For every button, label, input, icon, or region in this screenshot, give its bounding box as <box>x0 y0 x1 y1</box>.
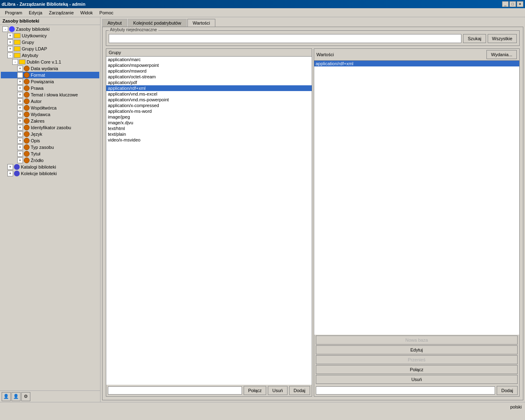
tree-item-zasoby[interactable]: -Zasoby biblioteki <box>1 26 99 32</box>
expand-icon-atrybuty[interactable]: - <box>7 52 13 58</box>
folder-icon <box>14 40 21 45</box>
tree-item-jezyk[interactable]: +Język <box>1 131 99 137</box>
edytuj-button[interactable]: Edytuj <box>316 345 518 354</box>
expand-icon-grupy-ldap[interactable]: + <box>7 46 13 52</box>
tree-item-katalogi[interactable]: +Katalogi biblioteki <box>1 164 99 170</box>
expand-icon-zasoby[interactable]: - <box>2 26 8 32</box>
tree-item-grupy[interactable]: +Grupy <box>1 39 99 46</box>
tree-label-temat: Temat i słowa kluczowe <box>31 92 78 97</box>
nowa-baza-button[interactable]: Nowa baza <box>316 336 518 345</box>
expand-icon-wspoltworca[interactable]: + <box>17 105 23 111</box>
expand-icon-temat[interactable]: + <box>17 92 23 98</box>
tree-item-temat[interactable]: +Temat i słowa kluczowe <box>1 91 99 98</box>
all-button[interactable]: Wszystkie <box>488 34 517 43</box>
group-item[interactable]: application/msword <box>106 68 312 74</box>
tree-item-zakres[interactable]: +Zakres <box>1 118 99 124</box>
expand-icon-data-wydania[interactable]: + <box>17 66 23 71</box>
group-item[interactable]: text/html <box>106 126 312 131</box>
group-item[interactable]: application/vnd.ms-powerpoint <box>106 97 312 103</box>
tree-item-dublin-core[interactable]: -Dublin Core v.1.1 <box>1 59 99 65</box>
expand-icon-prawa[interactable]: + <box>17 85 23 91</box>
maximize-button[interactable]: □ <box>509 1 516 7</box>
group-item[interactable]: video/x-msvideo <box>106 137 312 143</box>
expand-icon-typ-zasobu[interactable]: + <box>17 144 23 150</box>
group-item[interactable]: image/x.djvu <box>106 120 312 126</box>
group-item[interactable]: application/rdf+xml <box>106 85 312 91</box>
tree-item-grupy-ldap[interactable]: +Grupy LDAP <box>1 46 99 52</box>
menu-pomoc[interactable]: Pomoc <box>96 9 116 16</box>
tree-item-wspoltworca[interactable]: +Współtwórca <box>1 105 99 111</box>
value-item[interactable]: application/rdf+xml <box>314 61 520 66</box>
menu-widok[interactable]: Widok <box>77 9 96 16</box>
tree-item-wydawca[interactable]: +Wydawca <box>1 111 99 118</box>
tree-item-atrybuty[interactable]: -Atrybuty <box>1 52 99 59</box>
tree-item-typ-zasobu[interactable]: +Typ zasobu <box>1 144 99 151</box>
toolbar-settings-btn[interactable]: ⚙ <box>21 392 30 401</box>
values-input[interactable] <box>316 386 495 395</box>
group-item[interactable]: application/x-ms-word <box>106 108 312 114</box>
group-item[interactable]: application/pdf <box>106 80 312 85</box>
toolbar-user-btn-2[interactable]: 👤 <box>11 392 21 401</box>
expand-icon-identyfikator[interactable]: + <box>17 125 23 130</box>
minimize-button[interactable]: _ <box>502 1 509 7</box>
search-button[interactable]: Szukaj <box>463 34 486 43</box>
wydania-button[interactable]: Wydania... <box>486 50 517 59</box>
tree-container[interactable]: -Zasoby biblioteki+Użytkownicy+Grupy+Gru… <box>0 25 100 390</box>
tree-label-wspoltworca: Współtwórca <box>31 105 57 110</box>
tree-item-uzytkownicy[interactable]: +Użytkownicy <box>1 32 99 39</box>
groups-list[interactable]: application/marcapplication/mspowerpoint… <box>106 57 312 385</box>
przenies-button[interactable]: Przenieś <box>316 355 518 364</box>
tree-item-autor[interactable]: +Autor <box>1 98 99 105</box>
toolbar-user-btn-1[interactable]: 👤 <box>2 392 11 401</box>
tree-item-format[interactable]: +Format <box>1 72 99 78</box>
expand-icon-grupy[interactable]: + <box>7 39 13 45</box>
title-bar-controls[interactable]: _ □ ✕ <box>502 1 523 7</box>
tree-item-identyfikator[interactable]: +Identyfikator zasobu <box>1 124 99 131</box>
expand-icon-zrodlo[interactable]: + <box>17 158 23 163</box>
groups-input[interactable] <box>108 386 242 395</box>
menu-program[interactable]: Program <box>2 9 25 16</box>
tree-item-zrodlo[interactable]: +Źródło <box>1 157 99 164</box>
group-item[interactable]: application/octet-stream <box>106 74 312 80</box>
tab-wartosci[interactable]: Wartości <box>187 19 215 27</box>
expand-icon-opis[interactable]: + <box>17 138 23 144</box>
close-button[interactable]: ✕ <box>517 1 523 7</box>
connect-button-left[interactable]: Połącz <box>244 386 266 395</box>
expand-icon-dublin-core[interactable]: - <box>12 59 18 65</box>
group-item[interactable]: application/vnd.ms-excel <box>106 91 312 97</box>
gear-icon <box>24 151 30 157</box>
expand-icon-zakres[interactable]: + <box>17 118 23 124</box>
tree-item-kolekcje[interactable]: +Kolekcje biblioteki <box>1 170 99 177</box>
expand-icon-uzytkownicy[interactable]: + <box>7 33 13 39</box>
tree-item-data-wydania[interactable]: +Data wydania <box>1 65 99 72</box>
expand-icon-format[interactable]: + <box>17 72 23 78</box>
expand-icon-jezyk[interactable]: + <box>17 131 23 137</box>
expand-icon-powiazania[interactable]: + <box>17 79 23 84</box>
group-item[interactable]: application/mspowerpoint <box>106 62 312 68</box>
folder-icon <box>14 46 21 51</box>
menu-zarzadzanie[interactable]: Zarządzanie <box>46 9 77 16</box>
group-item[interactable]: application/x-compressed <box>106 103 312 108</box>
expand-icon-kolekcje[interactable]: + <box>7 171 13 176</box>
tab-kolejnosc[interactable]: Kolejność podatrybutów <box>128 19 187 27</box>
menu-edycja[interactable]: Edycja <box>25 9 46 16</box>
connect-button-right[interactable]: Połącz <box>316 365 518 374</box>
delete-button-right[interactable]: Usuń <box>316 375 518 384</box>
tree-item-powiazania[interactable]: +Powiązania <box>1 78 99 85</box>
group-item[interactable]: image/jpeg <box>106 114 312 120</box>
delete-button-left[interactable]: Usuń <box>268 386 288 395</box>
expand-icon-katalogi[interactable]: + <box>7 164 13 170</box>
tree-item-tytul[interactable]: +Tytuł <box>1 151 99 157</box>
tree-item-opis[interactable]: +Opis <box>1 137 99 144</box>
group-item[interactable]: text/plain <box>106 131 312 137</box>
tree-item-prawa[interactable]: +Prawa <box>1 85 99 91</box>
expand-icon-wydawca[interactable]: + <box>17 112 23 117</box>
search-input[interactable] <box>109 34 461 43</box>
values-list[interactable]: application/rdf+xml <box>314 61 520 335</box>
add-button-left[interactable]: Dodaj <box>289 386 310 395</box>
add-button-right[interactable]: Dodaj <box>497 386 518 395</box>
group-item[interactable]: application/marc <box>106 57 312 62</box>
expand-icon-tytul[interactable]: + <box>17 151 23 157</box>
expand-icon-autor[interactable]: + <box>17 98 23 104</box>
tab-atrybut[interactable]: Atrybut <box>102 19 127 27</box>
